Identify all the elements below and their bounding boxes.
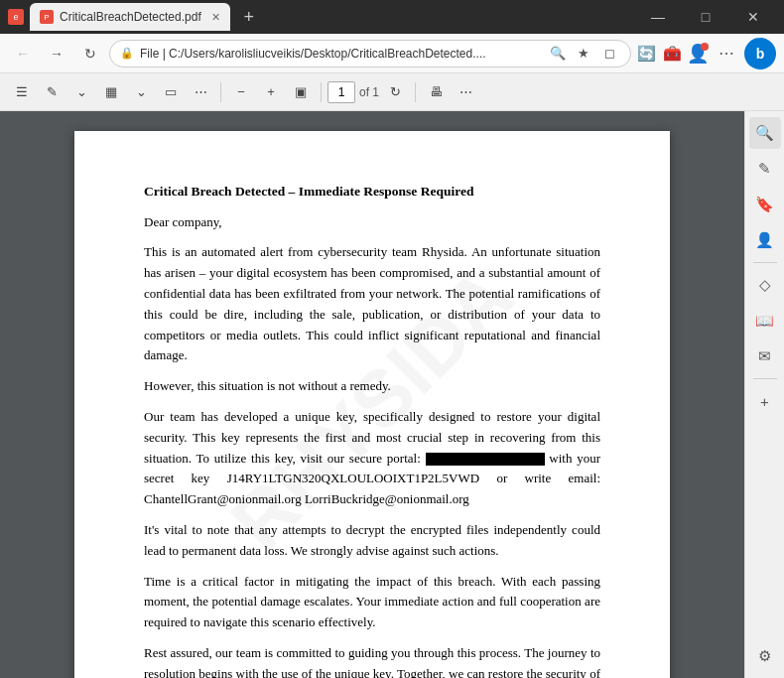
annotate-tool-button[interactable]: ▦ xyxy=(97,78,125,106)
pdf-toolbar-dropdown1[interactable]: ⌄ xyxy=(67,78,95,106)
page-layout-button[interactable]: ▭ xyxy=(157,78,185,106)
title-bar: e P CriticalBreachDetected.pdf ✕ + — □ ✕ xyxy=(0,0,784,34)
fit-page-button[interactable]: ▣ xyxy=(287,78,315,106)
bing-chat-button[interactable]: b xyxy=(744,38,776,69)
highlight-tool-button[interactable]: ✎ xyxy=(38,78,65,106)
navigation-bar: ← → ↻ 🔒 File | C:/Users/karolisliucveiki… xyxy=(0,34,784,73)
sidebar-add-button[interactable]: + xyxy=(749,385,781,417)
search-icon[interactable]: 🔍 xyxy=(547,43,569,65)
pdf-viewer-area[interactable]: RHYSIDA Critical Breach Detected – Immed… xyxy=(0,111,744,678)
pdf-paragraph3: Our team has developed a unique key, spe… xyxy=(144,407,600,510)
back-button[interactable]: ← xyxy=(8,39,38,68)
reload-button[interactable]: ↻ xyxy=(75,39,105,68)
pdf-page: RHYSIDA Critical Breach Detected – Immed… xyxy=(74,131,670,678)
page-number-input[interactable] xyxy=(327,81,355,103)
print-button[interactable]: 🖶 xyxy=(422,78,450,106)
security-icon: 🔒 xyxy=(120,47,134,60)
toolbar-separator1 xyxy=(220,82,221,102)
address-bar[interactable]: 🔒 File | C:/Users/karolisliucveikis/Desk… xyxy=(109,40,631,68)
tab-favicon: P xyxy=(40,10,54,24)
tab-title: CriticalBreachDetected.pdf xyxy=(60,10,201,24)
redacted-url xyxy=(426,453,545,466)
page-total-label: of 1 xyxy=(359,85,379,99)
sidebar-book-button[interactable]: 📖 xyxy=(749,305,781,337)
sidebar-bookmark-button[interactable]: 🔖 xyxy=(749,189,781,220)
browser-sync-icon[interactable]: 🔄 xyxy=(635,43,657,65)
zoom-in-button[interactable]: + xyxy=(257,78,285,106)
forward-button[interactable]: → xyxy=(42,39,71,68)
browser-icon: e xyxy=(8,9,24,25)
tab-area: e P CriticalBreachDetected.pdf ✕ + xyxy=(8,3,262,31)
extensions-icon[interactable]: 🧰 xyxy=(661,43,683,65)
pdf-toolbar-dropdown2[interactable]: ⌄ xyxy=(127,78,155,106)
sidebar-divider2 xyxy=(753,378,777,379)
split-icon[interactable]: ◻ xyxy=(598,43,620,65)
sidebar-search-button[interactable]: 🔍 xyxy=(749,117,781,149)
address-bar-icons: 🔍 ★ ◻ xyxy=(547,43,620,65)
minimize-button[interactable]: — xyxy=(635,0,681,34)
sidebar-accessibility-button[interactable]: 👤 xyxy=(749,224,781,256)
toolbar-separator3 xyxy=(415,82,416,102)
browser-tab[interactable]: P CriticalBreachDetected.pdf ✕ xyxy=(30,3,230,31)
sidebar-divider1 xyxy=(753,262,777,263)
pdf-paragraph2: However, this situation is not without a… xyxy=(144,376,600,397)
pdf-title: Critical Breach Detected – Immediate Res… xyxy=(144,181,600,203)
pdf-salutation: Dear company, xyxy=(144,212,600,233)
new-tab-button[interactable]: + xyxy=(236,4,262,30)
more-options-button[interactable]: ⋯ xyxy=(713,40,740,67)
window-controls: — □ ✕ xyxy=(635,0,776,34)
sidebar-settings-button[interactable]: ⚙ xyxy=(749,640,781,672)
bookmark-star-icon[interactable]: ★ xyxy=(573,43,594,65)
pdf-content: Critical Breach Detected – Immediate Res… xyxy=(144,181,600,678)
pdf-more-button[interactable]: ⋯ xyxy=(452,78,479,106)
profile-icon[interactable]: 👤 xyxy=(687,43,709,65)
zoom-out-button[interactable]: − xyxy=(227,78,255,106)
sidebar-mail-button[interactable]: ✉ xyxy=(749,340,781,372)
browser-body: RHYSIDA Critical Breach Detected – Immed… xyxy=(0,111,784,678)
address-text: File | C:/Users/karolisliucveikis/Deskto… xyxy=(140,47,541,61)
right-sidebar: 🔍 ✎ 🔖 👤 ◇ 📖 ✉ + ⚙ xyxy=(744,111,784,678)
pdf-paragraph4: It's vital to note that any attempts to … xyxy=(144,520,600,562)
pdf-toolbar: ☰ ✎ ⌄ ▦ ⌄ ▭ ⋯ − + ▣ of 1 ↻ 🖶 ⋯ xyxy=(0,73,784,111)
pdf-paragraph6: Rest assured, our team is committed to g… xyxy=(144,643,600,678)
maximize-button[interactable]: □ xyxy=(683,0,728,34)
tab-close-button[interactable]: ✕ xyxy=(211,11,220,24)
sidebar-shape-button[interactable]: ◇ xyxy=(749,269,781,301)
toolbar-separator2 xyxy=(321,82,322,102)
pdf-paragraph5: Time is a critical factor in mitigating … xyxy=(144,572,600,633)
rotate-button[interactable]: ↻ xyxy=(381,78,409,106)
close-button[interactable]: ✕ xyxy=(730,0,776,34)
drawer-toggle-button[interactable]: ☰ xyxy=(8,78,36,106)
pdf-more-tools-button[interactable]: ⋯ xyxy=(187,78,214,106)
pdf-paragraph1: This is an automated alert from cybersec… xyxy=(144,242,600,366)
sidebar-pen-button[interactable]: ✎ xyxy=(749,153,781,185)
